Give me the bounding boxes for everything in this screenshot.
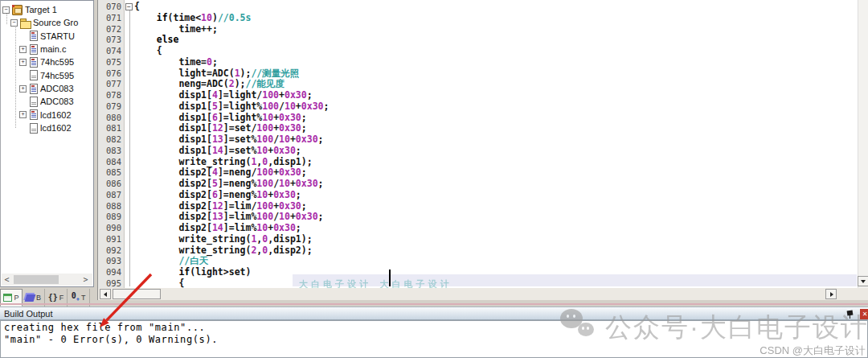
- line-number: 075: [98, 57, 123, 68]
- code-line: else: [134, 35, 329, 46]
- fold-collapse-icon[interactable]: −: [125, 3, 133, 10]
- code-line: disp2[12]=lim/100+0x30;: [134, 201, 329, 212]
- code-line: if(light>set): [134, 267, 329, 278]
- code-line: write_string(1,0,disp1);: [134, 234, 329, 245]
- code-line: disp2[6]=neng%10+0x30;: [134, 190, 329, 201]
- scroll-right-button[interactable]: >: [80, 274, 91, 286]
- collapse-icon[interactable]: −: [2, 6, 10, 14]
- scroll-left-button[interactable]: <: [2, 274, 12, 286]
- code-line: disp2[14]=lim%10+0x30;: [134, 223, 329, 234]
- code-line: light=ADC(1);//测量光照: [134, 68, 329, 80]
- file-source-icon: [30, 44, 38, 55]
- scrollbar-thumb[interactable]: [113, 289, 161, 299]
- line-number: 081: [98, 123, 123, 134]
- panel-splitter[interactable]: [0, 303, 868, 305]
- functions-icon: {}: [48, 294, 58, 302]
- watermark-csdn-text: CSDN @大白电子设计: [760, 344, 866, 358]
- line-number: 094: [98, 267, 123, 278]
- file-source-icon: [30, 31, 38, 41]
- expand-icon[interactable]: +: [19, 46, 27, 53]
- tree-item[interactable]: ADC083: [19, 95, 74, 108]
- tree-item[interactable]: +ADC083: [19, 82, 74, 95]
- wechat-icon: [560, 307, 600, 343]
- tree-item-label: main.c: [40, 44, 66, 54]
- watermark-brand-text: 公众号·大白电子设计: [605, 310, 868, 346]
- code-text: { if(time<10)//0.5s time++; else { time=…: [134, 2, 329, 290]
- tree-item[interactable]: +main.c: [19, 43, 66, 56]
- tab-label: F: [59, 294, 64, 302]
- tree-item-label: 74hc595: [40, 57, 74, 67]
- tree-item-label: Target 1: [25, 5, 57, 14]
- file-doc-icon: [30, 70, 38, 80]
- code-line: write_string(1,0,disp1);: [134, 157, 329, 168]
- code-line: disp2[5]=neng%100/10+0x30;: [134, 179, 329, 190]
- line-number: 085: [98, 167, 123, 179]
- scroll-left-button[interactable]: [100, 289, 111, 299]
- tree-item[interactable]: +74hc595: [19, 56, 74, 68]
- code-line: disp1[5]=light%100/10+0x30;: [134, 101, 329, 113]
- code-line: if(time<10)//0.5s: [134, 13, 329, 24]
- code-line: disp2[13]=lim%100/10+0x30;: [134, 212, 329, 223]
- line-number: 093: [98, 256, 123, 267]
- code-line: {: [134, 46, 329, 57]
- books-icon: [25, 294, 36, 302]
- project-tree-hscrollbar[interactable]: < >: [2, 274, 92, 286]
- line-number: 077: [98, 79, 123, 90]
- code-line: //白天: [134, 256, 329, 267]
- tree-item-label: ADC083: [40, 97, 74, 106]
- code-line: time=0;: [134, 57, 329, 68]
- file-source-icon: [30, 84, 38, 94]
- line-number: 076: [98, 68, 123, 80]
- line-number: 088: [98, 201, 123, 212]
- code-editor[interactable]: 0700710720730740750760770780790800810820…: [97, 0, 868, 300]
- tree-item-label: ADC083: [40, 84, 74, 93]
- line-number: 087: [98, 190, 123, 201]
- folder-open-icon: [20, 18, 31, 28]
- tree-item[interactable]: −Source Gro: [10, 16, 78, 29]
- expand-icon[interactable]: +: [19, 59, 27, 66]
- line-number: 089: [98, 212, 123, 223]
- scrollbar-thumb[interactable]: [14, 275, 59, 284]
- line-number: 073: [98, 35, 123, 46]
- line-number: 084: [98, 157, 123, 168]
- line-number: 079: [98, 101, 123, 113]
- line-number: 072: [98, 24, 123, 35]
- keil-uvision-window: −Target 1−Source GroSTARTU+main.c+74hc59…: [0, 0, 868, 358]
- code-line: {: [134, 2, 329, 13]
- tree-item[interactable]: −Target 1: [2, 3, 57, 16]
- tree-item[interactable]: lcd1602: [19, 121, 72, 134]
- line-number: 070: [98, 2, 123, 13]
- expand-icon[interactable]: +: [19, 111, 27, 118]
- tree-item[interactable]: 74hc595: [19, 69, 74, 82]
- code-line: disp1[4]=light/100+0x30;: [134, 90, 329, 101]
- code-line: disp1[12]=set/100+0x30;: [134, 123, 329, 134]
- code-line: disp2[4]=neng/100+0x30;: [134, 167, 329, 179]
- collapse-icon[interactable]: −: [10, 19, 18, 27]
- line-number: 092: [98, 245, 123, 257]
- line-number: 086: [98, 179, 123, 190]
- target-folder-icon: [12, 5, 23, 15]
- tree-item-label: Source Gro: [33, 18, 78, 27]
- code-line: disp1[13]=set%100/10+0x30;: [134, 134, 329, 146]
- editor-vscrollbar[interactable]: [858, 0, 868, 288]
- line-number: 071: [98, 13, 123, 24]
- file-source-icon: [30, 109, 38, 120]
- project-tree: −Target 1−Source GroSTARTU+main.c+74hc59…: [1, 1, 93, 274]
- tree-item-label: 74hc595: [40, 71, 74, 80]
- line-numbers: 0700710720730740750760770780790800810820…: [98, 2, 123, 290]
- code-line: time++;: [134, 24, 329, 35]
- line-number: 083: [98, 146, 123, 157]
- tree-item-label: lcd1602: [40, 123, 72, 133]
- line-number: 082: [98, 134, 123, 146]
- tab-label: B: [36, 294, 41, 302]
- scroll-right-button[interactable]: [825, 289, 837, 299]
- tree-item[interactable]: STARTU: [19, 30, 75, 43]
- file-source-icon: [30, 57, 38, 68]
- expand-icon[interactable]: +: [19, 85, 27, 93]
- scroll-down-button[interactable]: [858, 276, 868, 286]
- line-number: 090: [98, 223, 123, 234]
- editor-hscrollbar[interactable]: [98, 288, 868, 300]
- tree-item[interactable]: +lcd1602: [19, 109, 72, 121]
- text-caret: [389, 270, 391, 286]
- project-tree-panel: −Target 1−Source GroSTARTU+main.c+74hc59…: [0, 0, 94, 287]
